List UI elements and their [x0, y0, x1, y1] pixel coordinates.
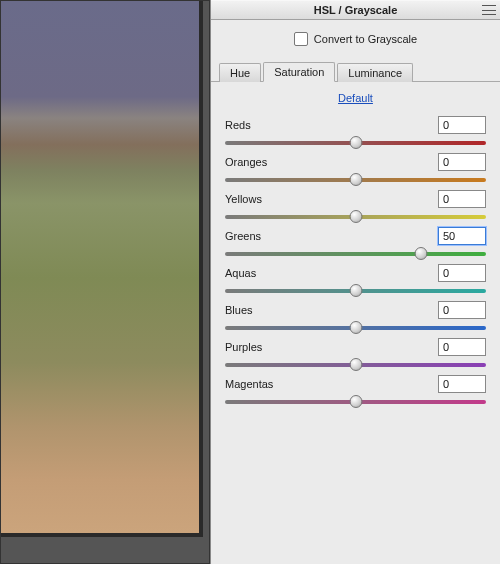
tab-saturation[interactable]: Saturation — [263, 62, 335, 82]
slider-row-blues: Blues — [225, 301, 486, 332]
hsl-panel: HSL / Grayscale Convert to Grayscale Hue… — [210, 0, 500, 564]
convert-row: Convert to Grayscale — [211, 20, 500, 60]
slider-thumb[interactable] — [349, 321, 362, 334]
default-link[interactable]: Default — [338, 92, 373, 104]
slider-value-input[interactable] — [438, 264, 486, 282]
slider-value-input[interactable] — [438, 116, 486, 134]
slider-thumb[interactable] — [349, 358, 362, 371]
panel-title: HSL / Grayscale — [314, 4, 398, 16]
slider-track[interactable] — [225, 359, 486, 369]
slider-value-input[interactable] — [438, 375, 486, 393]
tabs: Hue Saturation Luminance — [211, 60, 500, 82]
slider-row-oranges: Oranges — [225, 153, 486, 184]
slider-thumb[interactable] — [414, 247, 427, 260]
slider-track[interactable] — [225, 396, 486, 406]
slider-thumb[interactable] — [349, 173, 362, 186]
tab-luminance[interactable]: Luminance — [337, 63, 413, 82]
slider-value-input[interactable] — [438, 190, 486, 208]
slider-row-magentas: Magentas — [225, 375, 486, 406]
slider-label: Greens — [225, 230, 261, 242]
slider-label: Aquas — [225, 267, 256, 279]
slider-value-input[interactable] — [438, 338, 486, 356]
slider-thumb[interactable] — [349, 284, 362, 297]
slider-label: Magentas — [225, 378, 273, 390]
slider-thumb[interactable] — [349, 395, 362, 408]
slider-track[interactable] — [225, 174, 486, 184]
slider-label: Yellows — [225, 193, 262, 205]
slider-row-purples: Purples — [225, 338, 486, 369]
slider-thumb[interactable] — [349, 210, 362, 223]
slider-track[interactable] — [225, 285, 486, 295]
slider-thumb[interactable] — [349, 136, 362, 149]
slider-track[interactable] — [225, 248, 486, 258]
convert-label-text: Convert to Grayscale — [314, 33, 417, 45]
image-preview — [0, 0, 210, 564]
slider-row-yellows: Yellows — [225, 190, 486, 221]
slider-row-greens: Greens — [225, 227, 486, 258]
default-row: Default — [211, 82, 500, 114]
preview-image — [0, 0, 203, 537]
slider-list: RedsOrangesYellowsGreensAquasBluesPurple… — [211, 114, 500, 414]
slider-track[interactable] — [225, 211, 486, 221]
panel-menu-icon[interactable] — [482, 5, 496, 15]
slider-value-input[interactable] — [438, 301, 486, 319]
slider-label: Oranges — [225, 156, 267, 168]
slider-value-input[interactable] — [438, 227, 486, 245]
panel-title-bar: HSL / Grayscale — [211, 0, 500, 20]
slider-label: Blues — [225, 304, 253, 316]
slider-track[interactable] — [225, 137, 486, 147]
slider-track[interactable] — [225, 322, 486, 332]
slider-value-input[interactable] — [438, 153, 486, 171]
convert-checkbox[interactable] — [294, 32, 308, 46]
slider-row-reds: Reds — [225, 116, 486, 147]
convert-to-grayscale-label[interactable]: Convert to Grayscale — [294, 32, 417, 46]
slider-label: Purples — [225, 341, 262, 353]
slider-label: Reds — [225, 119, 251, 131]
slider-row-aquas: Aquas — [225, 264, 486, 295]
tab-hue[interactable]: Hue — [219, 63, 261, 82]
